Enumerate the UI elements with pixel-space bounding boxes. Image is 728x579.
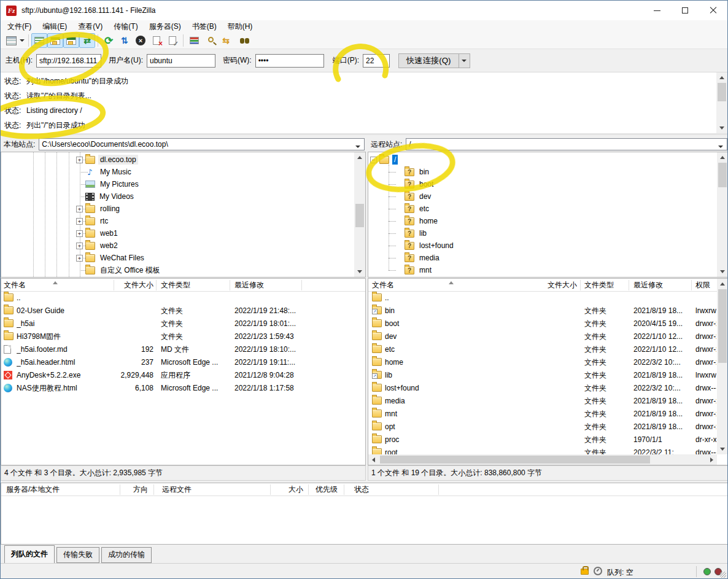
column-header-remote-file[interactable]: 远程文件: [162, 483, 192, 496]
file-row[interactable]: _h5ai 文件夹 2022/1/19 18:01:...: [1, 317, 365, 330]
tree-item[interactable]: home: [368, 215, 728, 227]
scroll-up-icon[interactable]: [717, 152, 728, 163]
file-row[interactable]: lib 文件夹 2021/8/19 18... lrwxrwx: [368, 369, 717, 382]
column-header-type[interactable]: 文件类型: [161, 279, 227, 292]
log-scrollbar[interactable]: [716, 72, 727, 133]
tree-expander[interactable]: +: [76, 218, 83, 225]
cancel-button[interactable]: ×: [133, 33, 149, 48]
menu-help[interactable]: 帮助(H): [222, 20, 258, 33]
tree-item[interactable]: media: [368, 252, 728, 264]
file-row[interactable]: dev 文件夹 2022/1/10 12... drwxr-x: [368, 330, 717, 343]
synchronized-browsing-button[interactable]: ⇆: [218, 33, 234, 48]
file-row[interactable]: AnyDesk+5.2.2.exe 2,929,448 应用程序 2021/12…: [1, 369, 365, 382]
username-input[interactable]: [147, 54, 215, 68]
scroll-up-icon[interactable]: [717, 279, 728, 289]
reconnect-button[interactable]: [165, 33, 180, 48]
file-row[interactable]: proc 文件夹 1970/1/1 dr-xr-x: [368, 433, 717, 446]
scroll-down-icon[interactable]: [717, 444, 728, 454]
menu-file[interactable]: 文件(F): [2, 20, 37, 33]
scroll-up-icon[interactable]: [354, 152, 365, 163]
tree-item[interactable]: boot: [368, 178, 728, 190]
scroll-down-icon[interactable]: [716, 123, 727, 133]
scrollbar-thumb[interactable]: [718, 163, 727, 187]
file-row[interactable]: _h5ai.header.html 237 Microsoft Edge ...…: [1, 356, 365, 369]
file-row[interactable]: root 文件夹 2022/3/2 11: drwx---: [368, 446, 717, 455]
column-header-size[interactable]: 大小: [271, 483, 303, 496]
file-row[interactable]: _h5ai.footer.md 192 MD 文件 2022/1/19 18:1…: [1, 343, 365, 356]
lock-icon[interactable]: [581, 569, 589, 575]
tree-item[interactable]: My Pictures: [1, 178, 365, 190]
tree-expander[interactable]: +: [76, 230, 83, 237]
resize-grip[interactable]: [720, 572, 726, 578]
file-row[interactable]: lost+found 文件夹 2022/3/2 10:... drwx---: [368, 382, 717, 395]
remote-tree-root[interactable]: − /: [368, 153, 728, 166]
menu-server[interactable]: 服务器(S): [144, 20, 187, 33]
quickconnect-dropdown-button[interactable]: [459, 53, 470, 68]
tab-queued-files[interactable]: 列队的文件: [4, 545, 55, 564]
file-row[interactable]: home 文件夹 2022/3/2 10:... drwxr-x: [368, 356, 717, 369]
tree-item[interactable]: + rolling: [1, 203, 365, 215]
column-header-permissions[interactable]: 权限: [695, 279, 716, 292]
tree-item[interactable]: + web1: [1, 227, 365, 239]
tree-item[interactable]: dev: [368, 190, 728, 203]
remote-list-hscrollbar[interactable]: [368, 454, 717, 465]
file-row[interactable]: media 文件夹 2021/8/19 18... drwxr-x: [368, 395, 717, 408]
tree-item[interactable]: 自定义 Office 模板: [1, 264, 365, 276]
tree-expander[interactable]: +: [76, 243, 83, 249]
tree-item[interactable]: etc: [368, 203, 728, 215]
tree-item[interactable]: lost+found: [368, 239, 728, 252]
remote-site-combo[interactable]: /: [406, 138, 727, 150]
file-row[interactable]: ..: [368, 292, 717, 305]
column-header-size[interactable]: 文件大小: [529, 279, 577, 292]
local-site-combo[interactable]: C:\Users\ecoo\Documents\dl.ecoo.top\: [39, 138, 365, 150]
file-row[interactable]: boot 文件夹 2020/4/15 19... drwxr-x: [368, 317, 717, 330]
refresh-button[interactable]: ⟳: [101, 33, 117, 48]
find-button[interactable]: [234, 33, 250, 48]
column-header-server-local-file[interactable]: 服务器/本地文件: [6, 483, 60, 496]
toggle-local-tree-button[interactable]: [47, 33, 63, 48]
minimize-button[interactable]: [643, 1, 671, 20]
maximize-button[interactable]: [671, 1, 699, 20]
tree-expander[interactable]: −: [370, 157, 377, 163]
scroll-left-icon[interactable]: [368, 454, 379, 465]
site-manager-button[interactable]: [3, 33, 19, 48]
tree-item[interactable]: + WeChat Files: [1, 252, 365, 264]
tab-failed-transfers[interactable]: 传输失败: [56, 547, 99, 563]
tree-expander[interactable]: +: [76, 206, 83, 212]
file-row[interactable]: Hi3798M固件 文件夹 2022/1/23 1:59:43: [1, 330, 365, 343]
file-row[interactable]: 02-User Guide 文件夹 2022/1/19 21:48:...: [1, 305, 365, 317]
scrollbar-thumb[interactable]: [380, 456, 650, 464]
host-input[interactable]: [36, 54, 101, 68]
scroll-down-icon[interactable]: [354, 266, 365, 277]
column-header-priority[interactable]: 优先级: [316, 483, 338, 496]
column-header-direction[interactable]: 方向: [133, 483, 148, 496]
file-row[interactable]: mnt 文件夹 2021/8/19 18... drwxr-x: [368, 408, 717, 421]
tree-item[interactable]: + rtc: [1, 215, 365, 227]
speed-limits-icon[interactable]: [594, 567, 602, 575]
file-row[interactable]: opt 文件夹 2021/8/19 18... drwxr-x: [368, 421, 717, 433]
tree-item[interactable]: + web2: [1, 239, 365, 252]
tree-expander[interactable]: +: [76, 255, 83, 262]
file-row[interactable]: NAS使用教程.html 6,108 Microsoft Edge ... 20…: [1, 382, 365, 395]
tree-item[interactable]: lib: [368, 227, 728, 239]
quickconnect-button[interactable]: 快速连接(Q): [398, 53, 459, 68]
menu-edit[interactable]: 编辑(E): [37, 20, 72, 33]
column-header-name[interactable]: 文件名: [372, 279, 394, 292]
column-header-name[interactable]: 文件名: [4, 279, 26, 292]
toggle-message-log-button[interactable]: [31, 33, 47, 48]
menu-transfer[interactable]: 传输(T): [108, 20, 143, 33]
tree-item[interactable]: bin: [368, 166, 728, 178]
filter-button[interactable]: [186, 33, 202, 48]
toggle-remote-tree-button[interactable]: [63, 33, 79, 48]
tab-successful-transfers[interactable]: 成功的传输: [101, 547, 152, 563]
local-tree-scrollbar[interactable]: [354, 152, 365, 277]
remote-list-scrollbar[interactable]: [717, 279, 728, 454]
scrollbar-thumb[interactable]: [718, 83, 726, 101]
compare-button[interactable]: [202, 33, 218, 48]
close-button[interactable]: [699, 1, 727, 20]
tree-item[interactable]: My Videos: [1, 190, 365, 203]
tree-item[interactable]: mnt: [368, 264, 728, 276]
tree-expander[interactable]: +: [76, 157, 83, 163]
scrollbar-thumb[interactable]: [718, 289, 727, 363]
file-row[interactable]: ..: [1, 292, 365, 305]
